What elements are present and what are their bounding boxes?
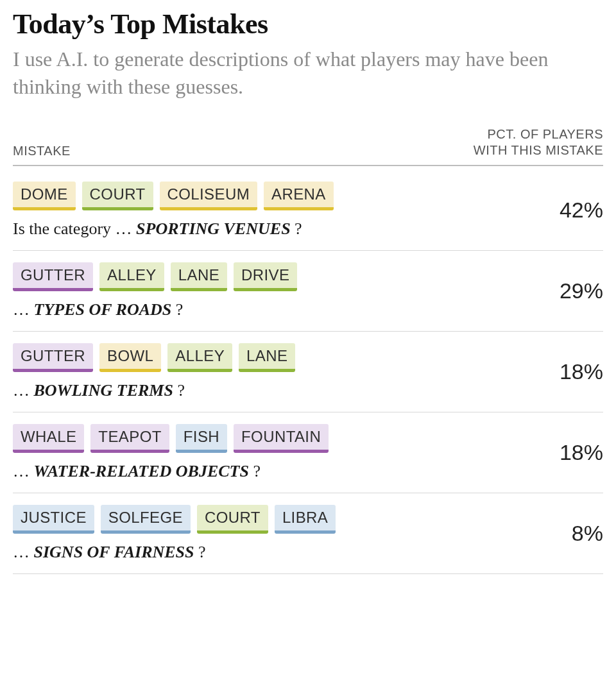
table-body: DOMECOURTCOLISEUMARENAIs the category … … (13, 170, 603, 574)
pct-value: 8% (520, 521, 603, 546)
word-chip: WHALE (13, 424, 84, 453)
header-pct-line2: WITH THIS MISTAKE (474, 143, 603, 157)
word-chip: COURT (82, 182, 153, 210)
word-chip: LANE (171, 262, 227, 291)
pct-value: 18% (520, 359, 603, 384)
mistakes-panel: Today’s Top Mistakes I use A.I. to gener… (0, 0, 616, 600)
word-chip: ALLEY (99, 262, 164, 291)
word-chip: LIBRA (275, 505, 336, 534)
chip-group: GUTTERALLEYLANEDRIVE (13, 262, 520, 291)
word-chip: ARENA (264, 182, 334, 210)
row-left: WHALETEAPOTFISHFOUNTAIN… WATER-RELATED O… (13, 424, 520, 481)
guess-suffix: ? (291, 219, 302, 238)
chip-group: WHALETEAPOTFISHFOUNTAIN (13, 424, 520, 453)
word-chip: COLISEUM (160, 182, 258, 210)
guess-category: WATER-RELATED OBJECTS (34, 462, 249, 480)
guess-category: SIGNS OF FAIRNESS (34, 543, 194, 561)
pct-value: 18% (520, 440, 603, 465)
table-row: JUSTICESOLFEGECOURTLIBRA… SIGNS OF FAIRN… (13, 493, 603, 574)
table-row: WHALETEAPOTFISHFOUNTAIN… WATER-RELATED O… (13, 412, 603, 493)
guess-category: TYPES OF ROADS (34, 300, 172, 319)
pct-value: 29% (520, 278, 603, 303)
page-title: Today’s Top Mistakes (13, 8, 603, 40)
chip-group: DOMECOURTCOLISEUMARENA (13, 182, 520, 210)
guess-line: Is the category … SPORTING VENUES ? (13, 219, 520, 239)
row-left: GUTTERALLEYLANEDRIVE… TYPES OF ROADS ? (13, 262, 520, 319)
word-chip: JUSTICE (13, 505, 94, 534)
chip-group: JUSTICESOLFEGECOURTLIBRA (13, 505, 520, 534)
word-chip: FOUNTAIN (234, 424, 329, 453)
guess-category: BOWLING TERMS (34, 381, 173, 400)
guess-category: SPORTING VENUES (136, 219, 291, 238)
guess-line: … SIGNS OF FAIRNESS ? (13, 543, 520, 562)
pct-value: 42% (520, 198, 603, 223)
word-chip: COURT (197, 505, 268, 534)
guess-prefix: … (13, 381, 34, 400)
table-row: GUTTERBOWLALLEYLANE… BOWLING TERMS ?18% (13, 332, 603, 412)
guess-prefix: … (13, 543, 34, 561)
row-left: DOMECOURTCOLISEUMARENAIs the category … … (13, 182, 520, 239)
chip-group: GUTTERBOWLALLEYLANE (13, 343, 520, 372)
table-header: MISTAKE PCT. OF PLAYERS WITH THIS MISTAK… (13, 126, 603, 166)
header-mistake: MISTAKE (13, 144, 71, 158)
guess-prefix: Is the category … (13, 219, 136, 238)
guess-prefix: … (13, 462, 34, 480)
page-subtitle: I use A.I. to generate descriptions of w… (13, 46, 603, 101)
guess-line: … TYPES OF ROADS ? (13, 300, 520, 319)
word-chip: FISH (176, 424, 227, 453)
word-chip: SOLFEGE (101, 505, 191, 534)
table-row: GUTTERALLEYLANEDRIVE… TYPES OF ROADS ?29… (13, 251, 603, 332)
word-chip: ALLEY (167, 343, 232, 372)
guess-line: … WATER-RELATED OBJECTS ? (13, 462, 520, 481)
guess-suffix: ? (173, 381, 185, 400)
row-left: JUSTICESOLFEGECOURTLIBRA… SIGNS OF FAIRN… (13, 505, 520, 562)
row-left: GUTTERBOWLALLEYLANE… BOWLING TERMS ? (13, 343, 520, 400)
word-chip: DRIVE (234, 262, 297, 291)
guess-prefix: … (13, 300, 34, 319)
word-chip: TEAPOT (90, 424, 169, 453)
guess-suffix: ? (249, 462, 261, 480)
header-pct-line1: PCT. OF PLAYERS (487, 127, 603, 141)
word-chip: LANE (239, 343, 295, 372)
table-row: DOMECOURTCOLISEUMARENAIs the category … … (13, 170, 603, 251)
guess-line: … BOWLING TERMS ? (13, 381, 520, 400)
word-chip: BOWL (99, 343, 161, 372)
word-chip: GUTTER (13, 343, 93, 372)
word-chip: DOME (13, 182, 76, 210)
header-pct: PCT. OF PLAYERS WITH THIS MISTAKE (474, 126, 603, 158)
guess-suffix: ? (194, 543, 206, 561)
word-chip: GUTTER (13, 262, 93, 291)
guess-suffix: ? (171, 300, 183, 319)
